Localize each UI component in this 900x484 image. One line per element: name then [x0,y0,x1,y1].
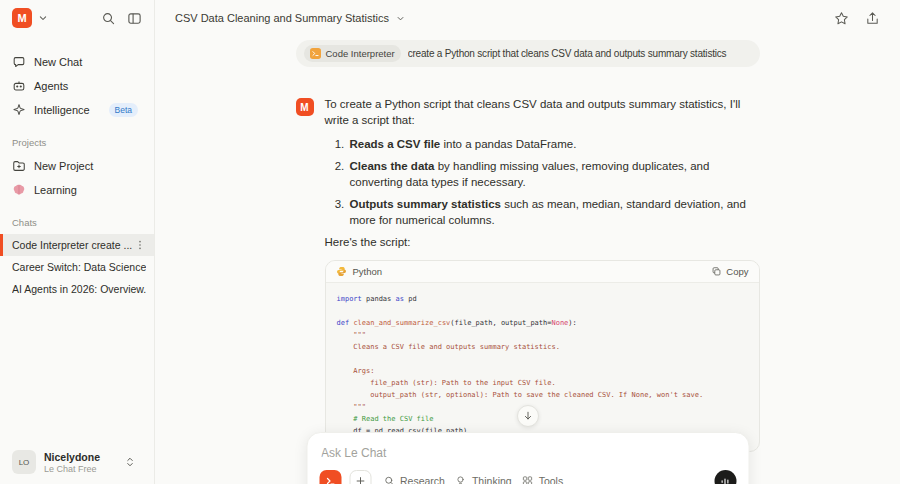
code-line [337,305,748,317]
assistant-list: Reads a CSV file into a pandas DataFrame… [325,136,760,228]
grid-icon [522,475,534,484]
code-interpreter-icon [310,48,321,59]
code-language: Python [336,264,383,280]
projects-header: Projects [0,137,154,148]
projects-section: Projects New ProjectLearning [0,137,154,202]
code-line: # Read the CSV file [337,413,748,425]
favorite-star-icon[interactable] [834,11,849,26]
sidebar-toggle-icon[interactable] [127,11,142,26]
composer-tool-tools[interactable]: Tools [522,475,564,484]
composer-tool-label: Research [400,475,445,484]
sidebar-item-agents[interactable]: Agents [0,74,154,98]
sidebar-item-intelligence[interactable]: IntelligenceBeta [0,98,154,122]
composer-tools: ResearchThinkingTools [383,475,563,484]
page-title: CSV Data Cleaning and Summary Statistics [175,12,389,24]
mistral-logo: M [12,8,32,28]
composer-tool-research[interactable]: Research [383,475,445,484]
chat-list-item-code-interpreter-create[interactable]: Code Interpreter create ... [0,234,154,256]
composer-tool-thinking[interactable]: Thinking [455,475,512,484]
user-menu[interactable]: LO Nicelydone Le Chat Free [0,440,154,484]
logo-letter: M [17,12,26,24]
waveform-icon [720,476,731,484]
composer-tool-label: Thinking [472,475,512,484]
chat-item-menu-icon[interactable] [134,239,146,251]
assistant-list-item-bold: Cleans the data [350,160,435,172]
header-actions [834,11,880,26]
sidebar-item-label: Learning [34,184,77,196]
sidebar: M New ChatAgentsIntelligenceBeta Project… [0,0,155,484]
code-block-header: Python Copy [326,261,759,283]
brain-icon [12,183,26,197]
sidebar-item-new-project[interactable]: New Project [0,154,154,178]
chat-bubble-icon [12,55,26,69]
sidebar-nav: New ChatAgentsIntelligenceBeta [0,50,154,122]
assistant-avatar: M [296,98,314,116]
chat-item-label: Career Switch: Data Science... [12,261,146,273]
agent-button[interactable] [319,470,341,484]
chat-item-label: AI Agents in 2026: Overview... [12,283,146,295]
avatar: LO [12,450,36,474]
code-line: Args: [337,365,748,377]
chats-header: Chats [0,217,154,228]
code-block: Python Copy import pandas as pd def clea… [325,260,760,452]
code-line: Cleans a CSV file and outputs summary st… [337,341,748,353]
assistant-list-item: Outputs summary statistics such as mean,… [348,196,760,228]
python-icon [336,266,347,277]
assistant-outro: Here's the script: [325,234,760,250]
code-line: output_path (str, optional): Path to sav… [337,389,748,401]
agent-badge-label: Code Interpreter [326,48,395,59]
sidebar-top-bar: M [0,0,154,28]
chats-list: Code Interpreter create ...Career Switch… [0,234,154,300]
search-icon[interactable] [101,11,116,26]
user-name: Nicelydone [44,451,100,463]
sparkle-icon [12,103,26,117]
magnifier-icon [383,475,395,484]
assistant-list-item: Cleans the data by handling missing valu… [348,158,760,190]
composer: ResearchThinkingTools [306,432,749,484]
chats-section: Chats Code Interpreter create ...Career … [0,217,154,300]
sidebar-item-label: Agents [34,80,68,92]
assistant-list-item-bold: Reads a CSV file [350,138,441,150]
chat-list-item-ai-agents-in-2026-overview[interactable]: AI Agents in 2026: Overview... [0,278,154,300]
conversation-title-menu[interactable]: CSV Data Cleaning and Summary Statistics [175,12,406,24]
workspace-chevron-down-icon[interactable] [37,12,49,24]
agent-terminal-icon [324,475,336,484]
sidebar-item-label: Intelligence [34,104,90,116]
assistant-list-item: Reads a CSV file into a pandas DataFrame… [348,136,760,152]
code-line: """ [337,329,748,341]
assistant-list-item-bold: Outputs summary statistics [350,198,501,210]
chat-item-label: Code Interpreter create ... [12,239,132,251]
user-plan: Le Chat Free [44,464,100,474]
assistant-message: M To create a Python script that cleans … [296,96,760,452]
code-line: file_path (str): Path to the input CSV f… [337,377,748,389]
copy-button-label: Copy [726,264,748,280]
projects-list: New ProjectLearning [0,154,154,202]
user-message: Code Interpreter create a Python script … [296,40,760,67]
conversation: Code Interpreter create a Python script … [296,40,760,452]
composer-toolbar: ResearchThinkingTools [307,460,748,484]
code-line: """ [337,401,748,413]
agent-badge[interactable]: Code Interpreter [304,45,401,62]
voice-button[interactable] [714,470,736,484]
sidebar-item-new-chat[interactable]: New Chat [0,50,154,74]
bulb-icon [455,475,467,484]
scroll-to-bottom-button[interactable] [517,405,539,427]
assistant-intro: To create a Python script that cleans CS… [325,96,760,128]
robot-icon [12,79,26,93]
folder-plus-icon [12,159,26,173]
chat-input[interactable] [321,446,734,460]
copy-icon [711,266,722,277]
chat-scroll-area[interactable]: Code Interpreter create a Python script … [155,36,900,484]
title-chevron-down-icon [395,13,406,24]
composer-tool-label: Tools [539,475,564,484]
chat-list-item-career-switch-data-science[interactable]: Career Switch: Data Science... [0,256,154,278]
code-line: def clean_and_summarize_csv(file_path, o… [337,317,748,329]
copy-button[interactable]: Copy [711,264,748,280]
code-content[interactable]: import pandas as pd def clean_and_summar… [326,283,759,451]
sidebar-item-label: New Project [34,160,93,172]
add-attachment-button[interactable] [349,470,371,484]
arrow-down-icon [522,410,534,422]
share-icon[interactable] [865,11,880,26]
sidebar-item-learning[interactable]: Learning [0,178,154,202]
user-message-text: create a Python script that cleans CSV d… [408,48,752,59]
